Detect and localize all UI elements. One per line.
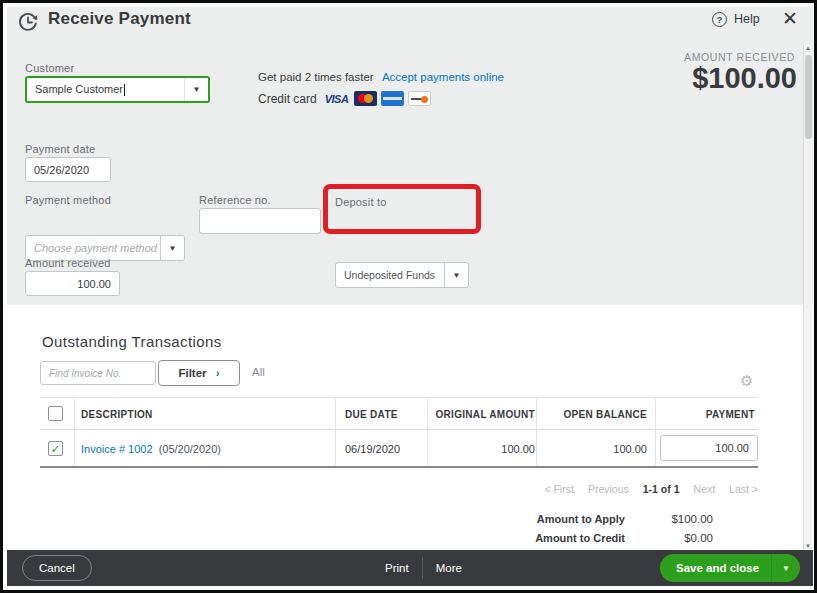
save-and-close-button[interactable]: Save and close ▼ [660,554,800,582]
more-button[interactable]: More [423,562,475,574]
text-caret [124,84,125,96]
select-all-checkbox[interactable] [48,406,63,421]
amount-to-apply-value: $100.00 [625,513,713,525]
filter-button[interactable]: Filter › [158,360,240,386]
table-col-divider [536,397,537,466]
amount-to-credit-label: Amount to Credit [535,532,625,544]
scrollbar-thumb[interactable] [805,55,812,139]
credit-card-label: Credit card [258,92,317,106]
amount-received-label: Amount received [25,257,111,269]
col-open-balance: OPEN BALANCE [540,409,647,420]
col-due-date: DUE DATE [345,409,398,420]
customer-value: Sample Customer [27,83,184,96]
pagination-last[interactable]: Last > [729,483,758,495]
find-invoice-input[interactable] [40,361,156,385]
amount-received-total: $100.00 [692,62,797,95]
cancel-button[interactable]: Cancel [22,555,92,581]
page-title: Receive Payment [48,9,191,29]
table-col-divider [335,397,336,466]
reference-no-input[interactable] [199,208,321,234]
amount-received-input[interactable] [25,271,120,296]
amex-icon [381,91,404,106]
payment-method-placeholder: Choose payment method [26,242,160,254]
deposit-to-label: Deposit to [335,196,387,208]
reference-no-label: Reference no. [199,194,271,206]
deposit-to-value: Undeposited Funds [336,269,444,281]
col-original-amount: ORIGINAL AMOUNT [427,409,535,420]
gear-icon[interactable]: ⚙ [740,372,753,390]
recurring-clock-icon [16,10,40,38]
check-icon: ✓ [50,443,60,455]
payment-date-label: Payment date [25,143,95,155]
visa-icon: VISA [325,93,349,105]
print-button[interactable]: Print [372,562,422,574]
summary: Amount to Apply $100.00 Amount to Credit… [535,513,713,544]
discover-icon [408,91,431,106]
footer-bar: Cancel Print More Save and close ▼ [7,550,813,586]
row-open-balance: 100.00 [540,443,647,455]
pagination: < First Previous 1-1 of 1 Next Last > [544,483,758,495]
scroll-down-icon[interactable]: ▼ [804,543,812,549]
help-icon[interactable]: ? [712,12,727,27]
mastercard-icon [354,91,377,106]
row-payment-input[interactable] [660,435,758,461]
customer-dropdown-arrow-icon[interactable]: ▼ [184,78,208,101]
pagination-range: 1-1 of 1 [643,483,680,495]
amount-to-apply-label: Amount to Apply [535,513,625,525]
footer-center-actions: Print More [372,550,475,586]
table-top-border [40,397,758,398]
vertical-scrollbar[interactable]: ▲ ▼ [803,44,812,550]
receive-payment-dialog: Receive Payment ? Help ✕ AMOUNT RECEIVED… [0,0,817,593]
promo-text: Get paid 2 times faster [258,71,374,83]
deposit-to-select[interactable]: Undeposited Funds ▼ [335,262,469,288]
outstanding-transactions-title: Outstanding Transactions [42,333,222,350]
customer-select[interactable]: Sample Customer ▼ [25,76,210,103]
payment-method-dropdown-arrow-icon[interactable]: ▼ [160,236,184,260]
pagination-previous[interactable]: Previous [588,483,629,495]
accept-payments-link[interactable]: Accept payments online [382,71,504,83]
pagination-next[interactable]: Next [694,483,716,495]
amount-to-credit-value: $0.00 [625,532,713,544]
help-link[interactable]: Help [734,12,760,26]
col-description: DESCRIPTION [81,409,153,420]
filter-chevron-icon: › [216,367,220,379]
row-checkbox[interactable]: ✓ [48,441,63,456]
table-header-border [40,429,758,430]
save-dropdown-arrow-icon[interactable]: ▼ [772,564,800,573]
invoice-date: (05/20/2020) [159,443,221,455]
credit-card-line: Credit card VISA [258,91,435,106]
pagination-first[interactable]: < First [544,483,573,495]
table-col-divider [427,397,428,466]
deposit-to-dropdown-arrow-icon[interactable]: ▼ [444,263,468,287]
col-payment: PAYMENT [655,409,755,420]
invoice-link[interactable]: Invoice # 1002 [81,443,153,455]
customer-label: Customer [25,62,74,74]
filter-all-label: All [252,366,265,378]
table-col-divider [74,397,75,466]
payment-date-input[interactable] [25,157,111,182]
row-due-date: 06/19/2020 [345,443,400,455]
table-bottom-border [40,466,758,468]
payment-method-label: Payment method [25,194,111,206]
scroll-up-icon[interactable]: ▲ [804,45,812,51]
close-icon[interactable]: ✕ [782,7,798,30]
table-col-divider [655,397,656,466]
promo-line: Get paid 2 times faster Accept payments … [258,71,504,83]
row-original-amount: 100.00 [427,443,535,455]
